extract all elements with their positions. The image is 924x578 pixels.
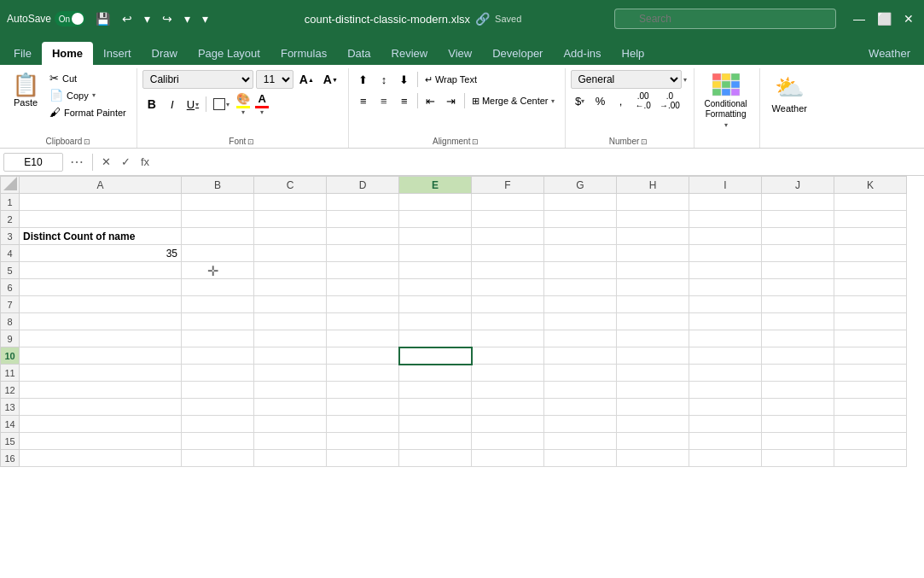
cell[interactable] [834, 450, 907, 467]
row-header-11[interactable]: 11 [1, 365, 20, 382]
cell[interactable] [399, 330, 472, 347]
cell[interactable] [762, 330, 834, 347]
row-header-8[interactable]: 8 [1, 313, 20, 330]
cell[interactable] [689, 279, 762, 296]
tab-home[interactable]: Home [42, 42, 93, 65]
cell[interactable] [762, 416, 834, 433]
cell[interactable]: Distinct Count of name [20, 228, 182, 245]
cell[interactable] [762, 228, 834, 245]
increase-indent-button[interactable]: ⇥ [442, 91, 461, 110]
cell[interactable] [20, 416, 182, 433]
cell[interactable] [472, 228, 544, 245]
insert-function-button[interactable]: fx [137, 155, 153, 169]
cell[interactable] [762, 313, 834, 330]
decrease-indent-button[interactable]: ⇤ [421, 91, 440, 110]
cell[interactable] [834, 245, 907, 262]
cell[interactable] [327, 399, 399, 416]
cell[interactable] [327, 279, 399, 296]
cell[interactable] [834, 228, 907, 245]
col-header-k[interactable]: K [834, 177, 907, 194]
col-header-b[interactable]: B [182, 177, 254, 194]
tab-help[interactable]: Help [612, 42, 655, 65]
cell[interactable] [182, 330, 254, 347]
font-color-button[interactable]: A ▾ [253, 91, 270, 117]
font-family-select[interactable]: Calibri [142, 70, 253, 89]
cell[interactable] [689, 228, 762, 245]
cell[interactable] [20, 347, 182, 365]
cell[interactable] [834, 433, 907, 450]
align-bottom-button[interactable]: ⬇ [395, 70, 414, 89]
cell[interactable] [399, 228, 472, 245]
tab-data[interactable]: Data [337, 42, 381, 65]
cell[interactable] [472, 211, 544, 228]
align-middle-button[interactable]: ↕ [375, 70, 393, 89]
row-header-9[interactable]: 9 [1, 330, 20, 347]
tab-page-layout[interactable]: Page Layout [188, 42, 270, 65]
cell[interactable] [617, 382, 689, 399]
cut-button[interactable]: ✂ Cut [46, 70, 130, 86]
clipboard-expand-icon[interactable]: ⊡ [84, 137, 90, 146]
cell[interactable] [834, 416, 907, 433]
cell[interactable] [544, 313, 617, 330]
cell[interactable] [327, 416, 399, 433]
cell[interactable] [327, 433, 399, 450]
redo-btn[interactable]: ↪ [159, 10, 176, 27]
cell[interactable] [762, 382, 834, 399]
cell[interactable] [617, 296, 689, 313]
cell[interactable] [182, 194, 254, 211]
close-btn[interactable]: ✕ [900, 10, 917, 27]
cell[interactable] [544, 347, 617, 365]
minimize-btn[interactable]: — [850, 10, 869, 27]
cell[interactable] [689, 450, 762, 467]
paste-button[interactable]: 📋 Paste [7, 70, 44, 111]
cell[interactable] [327, 211, 399, 228]
weather-button[interactable]: ⛅ Weather [765, 70, 814, 117]
cell[interactable] [254, 433, 327, 450]
cell[interactable] [834, 330, 907, 347]
row-header-12[interactable]: 12 [1, 382, 20, 399]
cell[interactable] [617, 450, 689, 467]
cell[interactable] [399, 279, 472, 296]
tab-view[interactable]: View [438, 42, 482, 65]
cell[interactable] [544, 365, 617, 382]
row-header-6[interactable]: 6 [1, 279, 20, 296]
cell[interactable] [472, 262, 544, 279]
cell[interactable] [617, 416, 689, 433]
row-header-7[interactable]: 7 [1, 296, 20, 313]
cell[interactable] [399, 382, 472, 399]
col-header-i[interactable]: I [689, 177, 762, 194]
cell[interactable] [834, 262, 907, 279]
cell[interactable] [399, 245, 472, 262]
bold-button[interactable]: B [142, 95, 161, 114]
col-header-j[interactable]: J [762, 177, 834, 194]
align-right-button[interactable]: ≡ [395, 91, 414, 110]
cell[interactable] [399, 433, 472, 450]
comma-button[interactable]: , [612, 91, 631, 110]
cell[interactable] [254, 245, 327, 262]
cell[interactable] [254, 279, 327, 296]
cell[interactable] [182, 399, 254, 416]
cell[interactable] [617, 365, 689, 382]
cell[interactable] [472, 347, 544, 365]
format-painter-button[interactable]: 🖌 Format Painter [46, 104, 130, 120]
cell[interactable] [544, 450, 617, 467]
align-top-button[interactable]: ⬆ [354, 70, 373, 89]
formula-bar-expand[interactable]: ⋯ [67, 154, 87, 170]
tab-review[interactable]: Review [381, 42, 439, 65]
cell[interactable]: 35 [20, 245, 182, 262]
cell[interactable] [182, 228, 254, 245]
cell[interactable] [617, 399, 689, 416]
cell[interactable] [762, 433, 834, 450]
cell[interactable] [762, 194, 834, 211]
cell[interactable] [472, 399, 544, 416]
col-header-f[interactable]: F [472, 177, 544, 194]
increase-font-button[interactable]: A▲ [296, 70, 317, 89]
cell[interactable] [182, 296, 254, 313]
merge-center-button[interactable]: ⊞ Merge & Center ▾ [468, 94, 558, 108]
cell[interactable] [689, 365, 762, 382]
number-format-select[interactable]: General [571, 70, 682, 89]
cell[interactable] [182, 211, 254, 228]
row-header-10[interactable]: 10 [1, 347, 20, 365]
redo-dropdown[interactable]: ▾ [181, 10, 194, 27]
conditional-formatting-button[interactable]: ConditionalFormatting ▾ [700, 70, 753, 132]
